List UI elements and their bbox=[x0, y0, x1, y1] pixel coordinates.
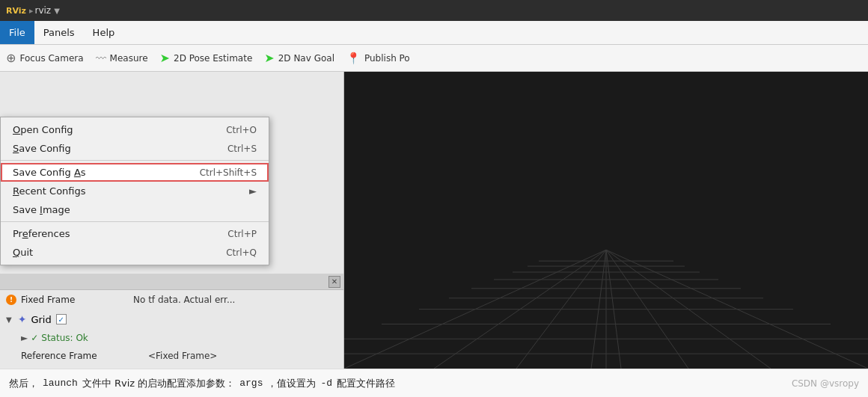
reference-frame-value: <Fixed Frame> bbox=[148, 351, 217, 361]
recent-configs-arrow: ► bbox=[249, 185, 257, 197]
reference-frame-row: Reference Frame <Fixed Frame> bbox=[0, 347, 343, 365]
menu-bar: File Panels Help bbox=[0, 21, 868, 45]
fixed-frame-text: Fixed Frame bbox=[21, 295, 75, 305]
pose-estimate-label: 2D Pose Estimate bbox=[174, 53, 252, 64]
main-area: Open Config Ctrl+O Save Config Ctrl+S Sa… bbox=[0, 72, 868, 369]
bottom-suffix2: ，值设置为 bbox=[267, 377, 316, 390]
menu-file[interactable]: File bbox=[0, 21, 34, 44]
plane-cell-count-row: Plane Cell Count 10 bbox=[0, 365, 343, 369]
grid-row: ▼ ✦ Grid ✓ bbox=[0, 310, 343, 329]
publish-point-tool[interactable]: 📍 Publish Po bbox=[346, 52, 410, 65]
publish-point-icon: 📍 bbox=[346, 52, 361, 65]
title-bar: RViz ▸ rviz ▼ bbox=[0, 0, 868, 21]
title-dropdown-arrow[interactable]: ▼ bbox=[54, 7, 60, 15]
panel-close-button[interactable]: ✕ bbox=[328, 276, 340, 288]
status-ok-arrow[interactable]: ► bbox=[21, 333, 28, 343]
save-config-as-label: Save Config As bbox=[13, 167, 86, 178]
rviz-logo: RViz bbox=[6, 6, 26, 16]
quit-item[interactable]: Quit Ctrl+Q bbox=[1, 243, 269, 262]
viewport-grid-svg bbox=[344, 72, 868, 369]
menu-help[interactable]: Help bbox=[84, 21, 124, 44]
save-config-as-item[interactable]: Save Config As Ctrl+Shift+S bbox=[1, 163, 269, 182]
preferences-item[interactable]: Preferences Ctrl+P bbox=[1, 224, 269, 243]
fixed-frame-row: ! Fixed Frame No tf data. Actual err... bbox=[0, 290, 343, 310]
preferences-shortcut: Ctrl+P bbox=[227, 229, 257, 239]
grid-checkbox[interactable]: ✓ bbox=[56, 314, 67, 324]
focus-camera-icon: ⊕ bbox=[6, 51, 16, 65]
menu-panels[interactable]: Panels bbox=[34, 21, 84, 44]
measure-label: Measure bbox=[110, 53, 148, 64]
nav-goal-tool[interactable]: ➤ 2D Nav Goal bbox=[264, 51, 334, 65]
left-panel: Open Config Ctrl+O Save Config Ctrl+S Sa… bbox=[0, 72, 344, 369]
status-checkmark-icon: ✓ bbox=[31, 333, 38, 343]
open-config-shortcut: Ctrl+O bbox=[226, 125, 257, 135]
fixed-frame-value: No tf data. Actual err... bbox=[133, 295, 235, 305]
separator-1 bbox=[1, 160, 269, 161]
save-image-label: Save Image bbox=[13, 204, 70, 215]
bottom-code3: -d bbox=[320, 378, 332, 389]
recent-configs-label: Recent Configs bbox=[13, 185, 86, 197]
grid-status-row: ► ✓ Status: Ok bbox=[0, 329, 343, 347]
measure-tool[interactable]: 〰 Measure bbox=[96, 52, 148, 64]
grid-label: Grid bbox=[31, 314, 51, 325]
publish-point-label: Publish Po bbox=[364, 53, 410, 64]
save-image-item[interactable]: Save Image bbox=[1, 200, 269, 219]
grid-expand-arrow[interactable]: ▼ bbox=[6, 316, 12, 324]
reference-frame-label: Reference Frame bbox=[21, 351, 148, 361]
nav-goal-label: 2D Nav Goal bbox=[278, 53, 334, 64]
csdn-watermark: CSDN @vsropy bbox=[792, 378, 859, 389]
3d-viewport[interactable] bbox=[344, 72, 868, 369]
bottom-suffix1: 文件中 Rviz 的启动配置添加参数： bbox=[82, 377, 235, 390]
fixed-frame-warning-icon: ! bbox=[6, 295, 16, 305]
save-config-item[interactable]: Save Config Ctrl+S bbox=[1, 139, 269, 158]
focus-camera-tool[interactable]: ⊕ Focus Camera bbox=[6, 51, 84, 65]
toolbar: ⊕ Focus Camera 〰 Measure ➤ 2D Pose Estim… bbox=[0, 45, 868, 72]
save-config-as-shortcut: Ctrl+Shift+S bbox=[200, 167, 257, 178]
panel-content: ✕ ! Fixed Frame No tf data. Actual err..… bbox=[0, 274, 343, 369]
save-config-label: Save Config bbox=[13, 143, 71, 154]
title-bar-title: rviz bbox=[35, 5, 52, 16]
save-config-shortcut: Ctrl+S bbox=[227, 144, 257, 154]
pose-estimate-icon: ➤ bbox=[160, 51, 170, 65]
grid-color-icon: ✦ bbox=[18, 313, 27, 325]
open-config-item[interactable]: Open Config Ctrl+O bbox=[1, 120, 269, 139]
quit-shortcut: Ctrl+Q bbox=[226, 247, 257, 258]
quit-label: Quit bbox=[13, 247, 33, 258]
separator-2 bbox=[1, 221, 269, 222]
open-config-label: Open Config bbox=[13, 124, 73, 135]
focus-camera-label: Focus Camera bbox=[19, 53, 83, 64]
measure-icon: 〰 bbox=[96, 52, 106, 64]
panel-close-bar: ✕ bbox=[0, 274, 343, 290]
bottom-suffix3: 配置文件路径 bbox=[337, 377, 395, 390]
bottom-code1: launch bbox=[43, 378, 78, 389]
bottom-code2: args bbox=[239, 378, 263, 389]
fixed-frame-label: ! Fixed Frame bbox=[6, 295, 133, 305]
grid-status-label: Status: Ok bbox=[41, 333, 88, 343]
bottom-prefix: 然后， bbox=[9, 377, 38, 390]
recent-configs-item[interactable]: Recent Configs ► bbox=[1, 182, 269, 200]
pose-estimate-tool[interactable]: ➤ 2D Pose Estimate bbox=[160, 51, 253, 65]
nav-goal-icon: ➤ bbox=[264, 51, 274, 65]
dropdown-menu: Open Config Ctrl+O Save Config Ctrl+S Sa… bbox=[0, 117, 269, 265]
file-dropdown: Open Config Ctrl+O Save Config Ctrl+S Sa… bbox=[0, 117, 269, 265]
preferences-label: Preferences bbox=[13, 228, 70, 239]
bottom-bar: 然后， launch 文件中 Rviz 的启动配置添加参数： args ，值设置… bbox=[0, 369, 868, 397]
